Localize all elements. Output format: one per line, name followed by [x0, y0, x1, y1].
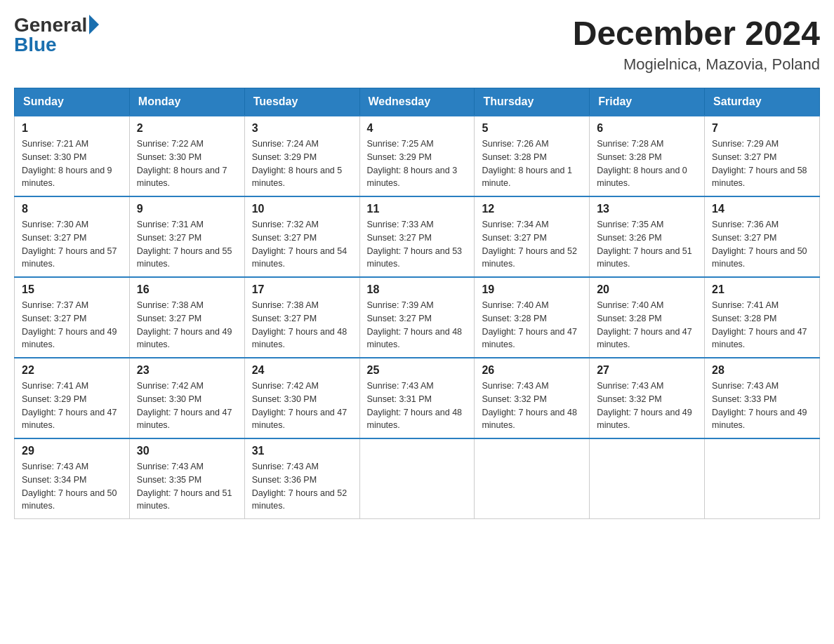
day-number: 27	[597, 364, 697, 377]
calendar-day	[590, 438, 705, 519]
calendar-day: 20 Sunrise: 7:40 AM Sunset: 3:28 PM Dayl…	[590, 277, 705, 358]
day-number: 11	[367, 203, 468, 215]
day-info: Sunrise: 7:43 AM Sunset: 3:34 PM Dayligh…	[22, 460, 122, 513]
calendar-day: 14 Sunrise: 7:36 AM Sunset: 3:27 PM Dayl…	[705, 196, 820, 277]
logo-arrow-icon	[89, 15, 99, 34]
logo: General Blue	[14, 14, 99, 56]
day-info: Sunrise: 7:41 AM Sunset: 3:29 PM Dayligh…	[22, 380, 122, 432]
day-number: 4	[367, 122, 468, 135]
day-number: 24	[252, 364, 352, 377]
day-number: 17	[252, 283, 352, 296]
calendar-day: 2 Sunrise: 7:22 AM Sunset: 3:30 PM Dayli…	[129, 116, 244, 196]
calendar-day	[359, 438, 475, 519]
day-info: Sunrise: 7:41 AM Sunset: 3:28 PM Dayligh…	[712, 299, 812, 351]
calendar-day: 11 Sunrise: 7:33 AM Sunset: 3:27 PM Dayl…	[359, 196, 475, 277]
calendar-week-4: 22 Sunrise: 7:41 AM Sunset: 3:29 PM Dayl…	[15, 358, 820, 438]
day-info: Sunrise: 7:42 AM Sunset: 3:30 PM Dayligh…	[137, 380, 237, 432]
day-info: Sunrise: 7:38 AM Sunset: 3:27 PM Dayligh…	[137, 299, 237, 351]
logo-blue-text: Blue	[14, 34, 57, 56]
location-text: Mogielnica, Mazovia, Poland	[573, 55, 820, 74]
day-info: Sunrise: 7:30 AM Sunset: 3:27 PM Dayligh…	[22, 218, 122, 271]
day-info: Sunrise: 7:43 AM Sunset: 3:32 PM Dayligh…	[482, 380, 582, 432]
day-info: Sunrise: 7:38 AM Sunset: 3:27 PM Dayligh…	[252, 299, 352, 351]
day-number: 21	[712, 283, 812, 296]
calendar-day: 25 Sunrise: 7:43 AM Sunset: 3:31 PM Dayl…	[359, 358, 475, 438]
day-info: Sunrise: 7:28 AM Sunset: 3:28 PM Dayligh…	[597, 137, 697, 190]
calendar-day: 9 Sunrise: 7:31 AM Sunset: 3:27 PM Dayli…	[129, 196, 244, 277]
day-info: Sunrise: 7:36 AM Sunset: 3:27 PM Dayligh…	[712, 218, 812, 271]
calendar-day: 5 Sunrise: 7:26 AM Sunset: 3:28 PM Dayli…	[475, 116, 590, 196]
header-monday: Monday	[129, 88, 244, 116]
day-number: 10	[252, 203, 352, 215]
day-number: 12	[482, 203, 582, 215]
day-number: 30	[137, 445, 237, 457]
day-number: 14	[712, 203, 812, 215]
calendar-day: 29 Sunrise: 7:43 AM Sunset: 3:34 PM Dayl…	[15, 438, 130, 519]
day-number: 6	[597, 122, 697, 135]
day-info: Sunrise: 7:29 AM Sunset: 3:27 PM Dayligh…	[712, 137, 812, 190]
page-header: General Blue December 2024 Mogielnica, M…	[14, 14, 820, 74]
calendar-day: 13 Sunrise: 7:35 AM Sunset: 3:26 PM Dayl…	[590, 196, 705, 277]
calendar-day: 16 Sunrise: 7:38 AM Sunset: 3:27 PM Dayl…	[129, 277, 244, 358]
day-number: 16	[137, 283, 237, 296]
calendar-day: 17 Sunrise: 7:38 AM Sunset: 3:27 PM Dayl…	[244, 277, 359, 358]
day-number: 2	[137, 122, 237, 135]
day-info: Sunrise: 7:43 AM Sunset: 3:32 PM Dayligh…	[597, 380, 697, 432]
day-number: 26	[482, 364, 582, 377]
calendar-day: 1 Sunrise: 7:21 AM Sunset: 3:30 PM Dayli…	[15, 116, 130, 196]
calendar-day: 18 Sunrise: 7:39 AM Sunset: 3:27 PM Dayl…	[359, 277, 475, 358]
day-info: Sunrise: 7:26 AM Sunset: 3:28 PM Dayligh…	[482, 137, 582, 190]
day-info: Sunrise: 7:37 AM Sunset: 3:27 PM Dayligh…	[22, 299, 122, 351]
calendar-week-3: 15 Sunrise: 7:37 AM Sunset: 3:27 PM Dayl…	[15, 277, 820, 358]
day-info: Sunrise: 7:42 AM Sunset: 3:30 PM Dayligh…	[252, 380, 352, 432]
calendar-day: 23 Sunrise: 7:42 AM Sunset: 3:30 PM Dayl…	[129, 358, 244, 438]
day-info: Sunrise: 7:40 AM Sunset: 3:28 PM Dayligh…	[482, 299, 582, 351]
calendar-table: SundayMondayTuesdayWednesdayThursdayFrid…	[14, 88, 820, 519]
day-info: Sunrise: 7:22 AM Sunset: 3:30 PM Dayligh…	[137, 137, 237, 190]
calendar-day: 7 Sunrise: 7:29 AM Sunset: 3:27 PM Dayli…	[705, 116, 820, 196]
day-info: Sunrise: 7:43 AM Sunset: 3:33 PM Dayligh…	[712, 380, 812, 432]
calendar-day: 19 Sunrise: 7:40 AM Sunset: 3:28 PM Dayl…	[475, 277, 590, 358]
day-number: 25	[367, 364, 468, 377]
day-number: 29	[22, 445, 122, 457]
calendar-day: 12 Sunrise: 7:34 AM Sunset: 3:27 PM Dayl…	[475, 196, 590, 277]
calendar-day: 30 Sunrise: 7:43 AM Sunset: 3:35 PM Dayl…	[129, 438, 244, 519]
day-info: Sunrise: 7:43 AM Sunset: 3:31 PM Dayligh…	[367, 380, 468, 432]
calendar-day	[475, 438, 590, 519]
calendar-week-2: 8 Sunrise: 7:30 AM Sunset: 3:27 PM Dayli…	[15, 196, 820, 277]
calendar-day: 26 Sunrise: 7:43 AM Sunset: 3:32 PM Dayl…	[475, 358, 590, 438]
day-number: 5	[482, 122, 582, 135]
day-number: 31	[252, 445, 352, 457]
header-saturday: Saturday	[705, 88, 820, 116]
day-info: Sunrise: 7:43 AM Sunset: 3:35 PM Dayligh…	[137, 460, 237, 513]
calendar-day: 24 Sunrise: 7:42 AM Sunset: 3:30 PM Dayl…	[244, 358, 359, 438]
day-number: 3	[252, 122, 352, 135]
calendar-day	[705, 438, 820, 519]
calendar-day: 4 Sunrise: 7:25 AM Sunset: 3:29 PM Dayli…	[359, 116, 475, 196]
title-section: December 2024 Mogielnica, Mazovia, Polan…	[573, 14, 820, 74]
day-number: 28	[712, 364, 812, 377]
day-number: 13	[597, 203, 697, 215]
day-number: 8	[22, 203, 122, 215]
day-number: 19	[482, 283, 582, 296]
day-number: 18	[367, 283, 468, 296]
day-info: Sunrise: 7:43 AM Sunset: 3:36 PM Dayligh…	[252, 460, 352, 513]
day-info: Sunrise: 7:35 AM Sunset: 3:26 PM Dayligh…	[597, 218, 697, 271]
day-info: Sunrise: 7:25 AM Sunset: 3:29 PM Dayligh…	[367, 137, 468, 190]
calendar-day: 15 Sunrise: 7:37 AM Sunset: 3:27 PM Dayl…	[15, 277, 130, 358]
day-number: 23	[137, 364, 237, 377]
day-info: Sunrise: 7:34 AM Sunset: 3:27 PM Dayligh…	[482, 218, 582, 271]
calendar-day: 31 Sunrise: 7:43 AM Sunset: 3:36 PM Dayl…	[244, 438, 359, 519]
day-number: 20	[597, 283, 697, 296]
day-number: 9	[137, 203, 237, 215]
day-info: Sunrise: 7:39 AM Sunset: 3:27 PM Dayligh…	[367, 299, 468, 351]
day-number: 22	[22, 364, 122, 377]
day-info: Sunrise: 7:40 AM Sunset: 3:28 PM Dayligh…	[597, 299, 697, 351]
header-sunday: Sunday	[15, 88, 130, 116]
calendar-day: 21 Sunrise: 7:41 AM Sunset: 3:28 PM Dayl…	[705, 277, 820, 358]
calendar-week-5: 29 Sunrise: 7:43 AM Sunset: 3:34 PM Dayl…	[15, 438, 820, 519]
header-friday: Friday	[590, 88, 705, 116]
header-tuesday: Tuesday	[244, 88, 359, 116]
header-thursday: Thursday	[475, 88, 590, 116]
day-info: Sunrise: 7:21 AM Sunset: 3:30 PM Dayligh…	[22, 137, 122, 190]
